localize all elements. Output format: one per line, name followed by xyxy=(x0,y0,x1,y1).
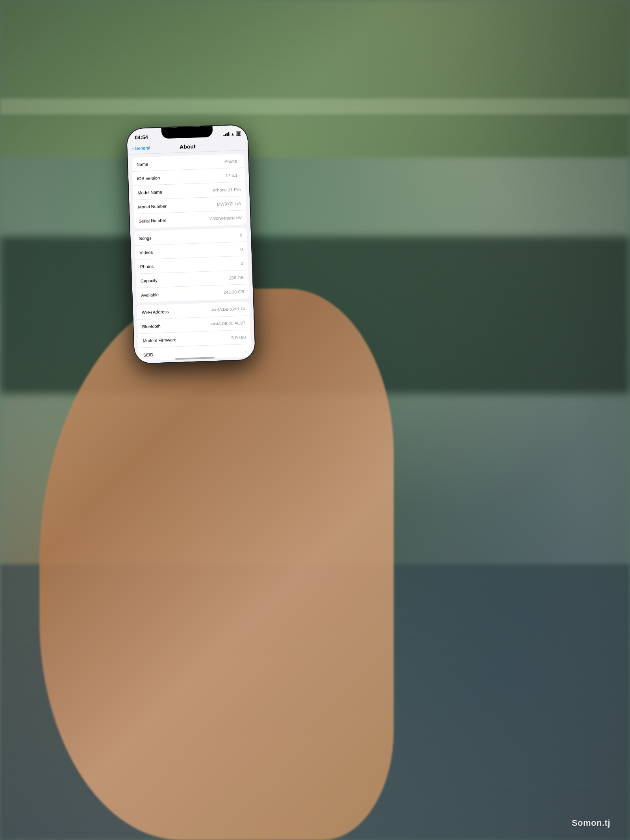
back-chevron-icon: ‹ xyxy=(132,146,134,151)
notch xyxy=(161,126,213,139)
bg-top xyxy=(0,0,630,158)
row-value-bluetooth: 44:4A:DB:0C:AE:27 xyxy=(211,321,246,326)
section-network: Wi-Fi Address 44:4A:DB:05:01:74 Bluetoot… xyxy=(137,302,251,361)
phone-inner: 04:54 ▲ ▓ ‹ xyxy=(127,125,256,363)
row-value-name: iPhone › xyxy=(224,158,240,163)
chevron-icon: › xyxy=(238,158,240,163)
status-icons: ▲ ▓ xyxy=(223,131,241,137)
row-label-bluetooth: Bluetooth xyxy=(142,323,161,329)
row-label-ios: iOS Version xyxy=(137,175,160,181)
row-label-videos: Videos xyxy=(139,250,153,255)
row-value-available: 243.38 GB xyxy=(224,289,245,295)
phone-outer-shell: 04:54 ▲ ▓ ‹ xyxy=(126,124,256,364)
row-label-model-name: Model Name xyxy=(137,189,162,195)
status-time: 04:54 xyxy=(135,134,148,140)
row-label-seid: SEID xyxy=(143,352,154,358)
wifi-icon: ▲ xyxy=(231,132,235,136)
section-media: Songs 0 Videos 0 Photos 0 Capacity xyxy=(134,228,249,302)
back-button[interactable]: ‹ General xyxy=(132,145,150,151)
hand xyxy=(39,289,394,840)
row-value-ios: 17.5.1 › xyxy=(225,172,240,178)
row-value-serial: C39ZW4N9N6XW xyxy=(209,215,241,221)
page-title: About xyxy=(180,143,196,150)
phone-screen: 04:54 ▲ ▓ ‹ xyxy=(127,125,256,363)
row-value-wifi: 44:4A:DB:05:01:74 xyxy=(211,306,245,312)
row-label-serial: Serial Number xyxy=(139,218,167,223)
row-label-photos: Photos xyxy=(140,264,154,269)
row-label-name: Name xyxy=(137,161,148,167)
phone-device: 04:54 ▲ ▓ ‹ xyxy=(126,124,256,364)
row-value-songs: 0 xyxy=(240,232,243,237)
signal-icon xyxy=(223,132,229,136)
battery-icon: ▓ xyxy=(236,131,241,136)
settings-content[interactable]: Name iPhone › iOS Version 17.5.1 › xyxy=(128,150,255,361)
row-label-model-number: Model Number xyxy=(138,204,167,210)
row-value-videos: 0 xyxy=(240,247,243,251)
row-label-modem: Modem Firmware xyxy=(143,337,176,343)
row-label-wifi: Wi-Fi Address xyxy=(142,309,169,315)
chevron-icon: › xyxy=(245,349,246,354)
row-label-songs: Songs xyxy=(139,235,152,241)
row-value-capacity: 256 GB xyxy=(229,275,244,280)
row-value-model-name: iPhone 11 Pro xyxy=(213,187,241,192)
row-value-seid: › xyxy=(245,349,246,354)
section-identity: Name iPhone › iOS Version 17.5.1 › xyxy=(132,154,246,228)
row-label-capacity: Capacity xyxy=(141,278,158,283)
row-value-modem: 5.00.90 xyxy=(231,335,246,340)
bg-shelf xyxy=(0,98,630,114)
back-label: General xyxy=(135,145,150,150)
watermark: Somon.tj xyxy=(572,818,610,828)
row-label-available: Available xyxy=(141,292,159,298)
chevron-icon: › xyxy=(239,172,240,177)
row-value-photos: 0 xyxy=(241,261,243,265)
row-value-model-number: MW9Y2LL/A xyxy=(217,201,241,206)
